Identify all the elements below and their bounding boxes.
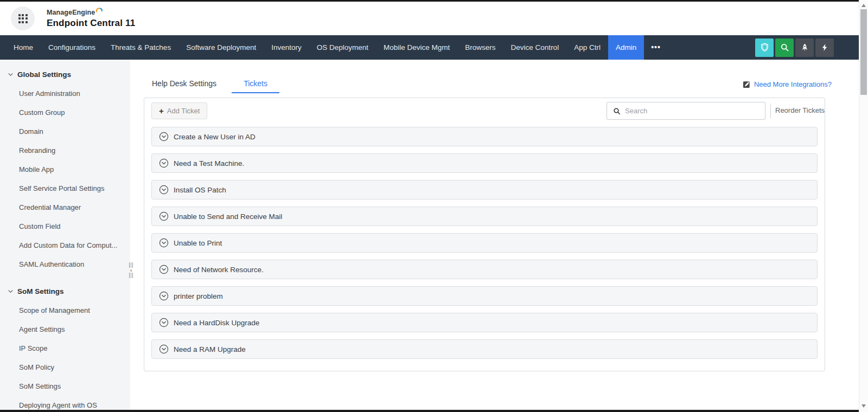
sidebar-section-som-settings[interactable]: SoM Settings bbox=[0, 282, 130, 301]
chevron-down-icon bbox=[159, 211, 169, 221]
rocket-icon bbox=[800, 43, 809, 52]
ticket-row[interactable]: Need a RAM Upgrade bbox=[151, 339, 818, 359]
nav-item-threats-patches[interactable]: Threats & Patches bbox=[103, 35, 178, 60]
search-button[interactable] bbox=[775, 38, 794, 57]
sidebar-section-global-settings[interactable]: Global Settings bbox=[0, 65, 130, 84]
sidebar-item-ip-scope[interactable]: IP Scope bbox=[0, 339, 130, 358]
apps-grid-button[interactable] bbox=[11, 7, 35, 30]
lightning-icon bbox=[821, 43, 829, 52]
shield-button[interactable] bbox=[755, 38, 774, 57]
expand-ticket-button[interactable] bbox=[159, 238, 169, 248]
sidebar-item-som-settings[interactable]: SoM Settings bbox=[0, 377, 130, 396]
need-more-integrations-link[interactable]: Need More Integrations? bbox=[743, 80, 832, 88]
sidebar-item-deploying-agent-with-os[interactable]: Deploying Agent with OS bbox=[0, 396, 130, 410]
ticket-title: printer problem bbox=[174, 292, 223, 300]
add-ticket-button[interactable]: + Add Ticket bbox=[151, 102, 207, 119]
plus-icon: + bbox=[159, 107, 164, 115]
brand-logo: ManageEngine Endpoint Central 11 bbox=[47, 9, 135, 28]
ticket-row[interactable]: Create a New User in AD bbox=[151, 127, 818, 146]
nav-item-os-deployment[interactable]: OS Deployment bbox=[309, 35, 376, 60]
sidebar-item-credential-manager[interactable]: Credential Manager bbox=[0, 198, 130, 217]
search-input[interactable] bbox=[625, 107, 765, 115]
tab-tickets[interactable]: Tickets bbox=[232, 79, 279, 93]
chevron-down-icon bbox=[159, 265, 169, 274]
ticket-search-box bbox=[607, 102, 765, 120]
tab-help-desk-settings[interactable]: Help Desk Settings bbox=[152, 79, 216, 93]
ticket-title: Need a Test Machine. bbox=[174, 159, 244, 168]
expand-ticket-button[interactable] bbox=[159, 158, 169, 168]
toolbar-divider bbox=[770, 104, 771, 118]
main-nav: HomeConfigurationsThreats & PatchesSoftw… bbox=[0, 35, 859, 60]
nav-item-inventory[interactable]: Inventory bbox=[264, 35, 309, 60]
sidebar-item-rebranding[interactable]: Rebranding bbox=[0, 141, 130, 160]
ticket-row[interactable]: printer problem bbox=[151, 286, 818, 306]
chevron-down-icon bbox=[159, 132, 169, 141]
main-nav-items: HomeConfigurationsThreats & PatchesSoftw… bbox=[6, 35, 644, 60]
expand-ticket-button[interactable] bbox=[159, 291, 169, 301]
sidebar-item-som-policy[interactable]: SoM Policy bbox=[0, 358, 130, 377]
expand-ticket-button[interactable] bbox=[159, 185, 169, 195]
scroll-up-arrow-icon[interactable] bbox=[861, 4, 866, 7]
nav-item-software-deployment[interactable]: Software Deployment bbox=[178, 35, 264, 60]
nav-item-mobile-device-mgmt[interactable]: Mobile Device Mgmt bbox=[376, 35, 457, 60]
ticket-row[interactable]: Unable to Print bbox=[151, 233, 818, 253]
sidebar-resize-handle[interactable]: ‹ bbox=[129, 262, 133, 278]
sidebar-item-user-administration[interactable]: User Administration bbox=[0, 84, 130, 103]
more-menu-button[interactable]: ••• bbox=[644, 35, 668, 60]
vertical-scrollbar bbox=[859, 0, 868, 412]
ticket-row[interactable]: Need a Test Machine. bbox=[151, 153, 818, 173]
sidebar-item-domain[interactable]: Domain bbox=[0, 122, 130, 141]
nav-item-app-ctrl[interactable]: App Ctrl bbox=[566, 35, 608, 60]
nav-item-home[interactable]: Home bbox=[6, 35, 41, 60]
sidebar-item-mobile-app[interactable]: Mobile App bbox=[0, 160, 130, 179]
expand-ticket-button[interactable] bbox=[159, 318, 169, 327]
sidebar-item-custom-field[interactable]: Custom Field bbox=[0, 217, 130, 236]
sidebar-item-custom-group[interactable]: Custom Group bbox=[0, 103, 130, 122]
ticket-row[interactable]: Need a HardDisk Upgrade bbox=[151, 313, 818, 332]
scroll-down-arrow-icon[interactable] bbox=[861, 404, 866, 408]
sidebar-item-agent-settings[interactable]: Agent Settings bbox=[0, 320, 130, 339]
chevron-down-icon bbox=[159, 291, 169, 301]
apps-grid-icon bbox=[18, 14, 28, 23]
collapse-sidebar-icon: ‹ bbox=[130, 268, 132, 273]
expand-ticket-button[interactable] bbox=[159, 132, 169, 141]
nav-item-admin[interactable]: Admin bbox=[608, 35, 644, 60]
app-header: ManageEngine Endpoint Central 11 bbox=[0, 2, 859, 35]
sidebar-item-scope-of-management[interactable]: Scope of Management bbox=[0, 301, 130, 320]
search-icon bbox=[613, 107, 621, 115]
expand-ticket-button[interactable] bbox=[159, 211, 169, 221]
sidebar-item-add-custom-data-for-comput[interactable]: Add Custom Data for Comput... bbox=[0, 236, 130, 255]
chevron-down-icon bbox=[159, 158, 169, 168]
tickets-panel: + Add Ticket Reorder Tickets Create a Ne… bbox=[144, 98, 825, 371]
ticket-title: Create a New User in AD bbox=[174, 133, 256, 141]
ticket-list: Create a New User in ADNeed a Test Machi… bbox=[151, 127, 818, 359]
ticket-title: Need of Network Resource. bbox=[174, 266, 264, 274]
expand-ticket-button[interactable] bbox=[159, 344, 169, 354]
main-content: Help Desk SettingsTickets Need More Inte… bbox=[130, 60, 859, 410]
ticket-row[interactable]: Need of Network Resource. bbox=[151, 260, 818, 279]
sidebar-item-saml-authentication[interactable]: SAML Authentication bbox=[0, 255, 130, 274]
chevron-down-icon bbox=[159, 185, 169, 195]
sidebar-section-title: SoM Settings bbox=[17, 287, 64, 295]
brand-name: ManageEngine bbox=[47, 9, 95, 16]
sidebar-item-self-service-portal-settings[interactable]: Self Service Portal Settings bbox=[0, 179, 130, 198]
chevron-down-icon bbox=[8, 288, 14, 294]
expand-ticket-button[interactable] bbox=[159, 265, 169, 274]
search-icon bbox=[780, 43, 789, 52]
sidebar-section-title: Global Settings bbox=[17, 70, 71, 79]
window-bottom-edge bbox=[0, 410, 868, 412]
nav-icon-group bbox=[755, 35, 834, 60]
nav-item-configurations[interactable]: Configurations bbox=[41, 35, 103, 60]
sidebar: Global SettingsUser AdministrationCustom… bbox=[0, 60, 130, 410]
rocket-button[interactable] bbox=[795, 38, 814, 57]
scrollbar-thumb[interactable] bbox=[860, 9, 867, 95]
nav-item-browsers[interactable]: Browsers bbox=[457, 35, 503, 60]
nav-item-device-control[interactable]: Device Control bbox=[503, 35, 567, 60]
chevron-down-icon bbox=[159, 238, 169, 248]
ticket-row[interactable]: Install OS Patch bbox=[151, 180, 818, 199]
reorder-tickets-button[interactable]: Reorder Tickets bbox=[775, 106, 825, 114]
ticket-title: Need a RAM Upgrade bbox=[174, 345, 246, 353]
ticket-row[interactable]: Unable to Send and Receive Mail bbox=[151, 207, 818, 226]
ticket-title: Unable to Send and Receive Mail bbox=[174, 213, 282, 221]
lightning-button[interactable] bbox=[815, 38, 834, 57]
